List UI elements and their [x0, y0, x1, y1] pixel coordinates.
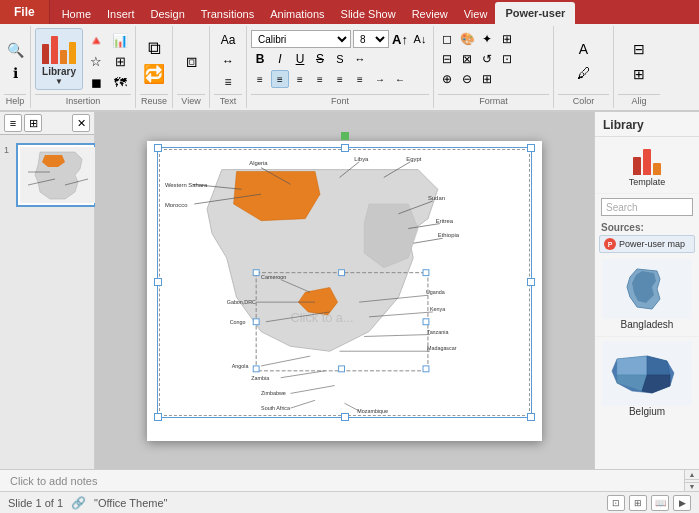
source-item-poweruser[interactable]: P Power-user map	[599, 235, 695, 253]
ribbon-group-text: Aa ↔ ≡ Text	[210, 26, 247, 108]
text-case-btn[interactable]: Aa	[214, 30, 242, 50]
panel-close-btn[interactable]: ✕	[72, 114, 90, 132]
belgium-map-item[interactable]: Belgium	[595, 337, 699, 421]
align-justify-btn[interactable]: ≡	[311, 70, 329, 88]
tab-view[interactable]: View	[456, 4, 496, 24]
svg-text:Libya: Libya	[354, 155, 369, 161]
arrange-btn[interactable]: ⊟	[438, 50, 456, 68]
search-box[interactable]: Search	[601, 198, 693, 216]
ribbon-group-color-label: Color	[558, 94, 609, 106]
insert-chart-btn[interactable]: 📊	[109, 30, 131, 50]
library-button[interactable]: Library ▼	[35, 28, 83, 90]
indent-decrease-btn[interactable]: ←	[391, 70, 409, 88]
view-normal-btn[interactable]: ⊡	[607, 495, 625, 511]
tab-animations[interactable]: Animations	[262, 4, 332, 24]
svg-rect-20	[253, 269, 259, 275]
svg-rect-22	[423, 269, 429, 275]
highlight-btn[interactable]: 🖊	[571, 62, 597, 84]
bold-btn[interactable]: B	[251, 50, 269, 68]
library-label: Library	[42, 66, 76, 77]
svg-line-47	[291, 385, 335, 393]
format-shape-btn[interactable]: ◻	[438, 30, 456, 48]
tab-design[interactable]: Design	[143, 4, 193, 24]
ribbon-group-reuse-label: Reuse	[140, 94, 168, 106]
library-template-item[interactable]: Template	[595, 137, 699, 194]
format-align-btn[interactable]: ⊞	[478, 70, 496, 88]
notes-area[interactable]: Click to add notes	[0, 470, 684, 491]
panel-list-view-btn[interactable]: ≡	[4, 114, 22, 132]
ribbon-group-help: 🔍 ℹ Help	[0, 26, 31, 108]
svg-text:Egypt: Egypt	[406, 155, 421, 161]
slide-thumbnail[interactable]	[16, 143, 96, 207]
svg-text:Click to a...: Click to a...	[291, 309, 354, 324]
font-increase-btn[interactable]: A↑	[391, 30, 409, 48]
list-bullet-btn[interactable]: ≡	[331, 70, 349, 88]
tab-slideshow[interactable]: Slide Show	[333, 4, 404, 24]
scroll-down-btn[interactable]: ▼	[685, 482, 700, 492]
format-fill-btn[interactable]: 🎨	[458, 30, 476, 48]
insert-table-btn[interactable]: ⊞	[109, 51, 131, 71]
ribbon-group-color: A 🖊 Color	[554, 26, 614, 108]
file-tab[interactable]: File	[0, 0, 50, 24]
format-expand-btn[interactable]: ⊕	[438, 70, 456, 88]
svg-line-45	[281, 370, 325, 377]
font-decrease-btn[interactable]: A↓	[411, 30, 429, 48]
svg-rect-23	[253, 318, 259, 324]
view-pane-btn[interactable]: ⧈	[177, 47, 205, 75]
shadow-btn[interactable]: S	[331, 50, 349, 68]
group-btn[interactable]: ⊠	[458, 50, 476, 68]
font-family-select[interactable]: Calibri	[251, 30, 351, 48]
view-slideshow-btn[interactable]: ▶	[673, 495, 691, 511]
view-reading-btn[interactable]: 📖	[651, 495, 669, 511]
format-effects-btn[interactable]: ✦	[478, 30, 496, 48]
text-find-btn[interactable]: ↔	[214, 51, 242, 71]
rotate-handle[interactable]	[341, 132, 349, 140]
insert-media-btn[interactable]: ◼	[85, 72, 107, 92]
insert-shape-btn[interactable]: 🔺	[85, 30, 107, 50]
format-collapse-btn[interactable]: ⊖	[458, 70, 476, 88]
reuse-slides-btn[interactable]: ⧉	[140, 37, 168, 61]
ribbon-group-text-label: Text	[214, 94, 242, 106]
vertical-scrollbar[interactable]: ▲ ▼	[684, 470, 699, 491]
svg-rect-21	[339, 269, 345, 275]
format-size-btn[interactable]: ⊞	[498, 30, 516, 48]
template-bar-icon	[633, 143, 661, 175]
spacing-btn[interactable]: ↔	[351, 50, 369, 68]
view-slide-sorter-btn[interactable]: ⊞	[629, 495, 647, 511]
crop-btn[interactable]: ⊡	[498, 50, 516, 68]
indent-increase-btn[interactable]: →	[371, 70, 389, 88]
panel-grid-view-btn[interactable]: ⊞	[24, 114, 42, 132]
bangladesh-map-item[interactable]: Bangladesh	[595, 253, 699, 337]
svg-text:Zimbabwe: Zimbabwe	[261, 390, 286, 396]
italic-btn[interactable]: I	[271, 50, 289, 68]
font-color-btn[interactable]: A	[571, 38, 597, 60]
distribute-btn[interactable]: ⊞	[625, 62, 653, 86]
align-left-btn[interactable]: ≡	[251, 70, 269, 88]
tab-home[interactable]: Home	[54, 4, 99, 24]
insert-map-btn[interactable]: 🗺	[109, 72, 131, 92]
tab-insert[interactable]: Insert	[99, 4, 143, 24]
align-center-btn[interactable]: ≡	[271, 70, 289, 88]
right-library-panel: Library Template Search Sources: P Power…	[594, 112, 699, 469]
font-size-select[interactable]: 8	[353, 30, 389, 48]
help-btn[interactable]: 🔍	[4, 39, 26, 61]
svg-text:Gabon,DRC: Gabon,DRC	[227, 299, 256, 305]
tab-poweruser[interactable]: Power-user	[495, 2, 575, 24]
rotate-btn[interactable]: ↺	[478, 50, 496, 68]
slide[interactable]: Western Sahara Morocco Algeria Libya Egy…	[147, 141, 542, 441]
svg-text:Sudan: Sudan	[428, 195, 445, 201]
tab-review[interactable]: Review	[404, 4, 456, 24]
reuse-copy-btn[interactable]: 🔁	[140, 62, 168, 86]
library-dropdown-arrow[interactable]: ▼	[55, 77, 63, 86]
underline-btn[interactable]: U	[291, 50, 309, 68]
info-btn[interactable]: ℹ	[4, 62, 26, 84]
list-number-btn[interactable]: ≡	[351, 70, 369, 88]
insert-icon-btn[interactable]: ☆	[85, 51, 107, 71]
align-right-btn[interactable]: ≡	[291, 70, 309, 88]
scroll-up-btn[interactable]: ▲	[685, 470, 700, 480]
strikethrough-btn[interactable]: S	[311, 50, 329, 68]
tab-transitions[interactable]: Transitions	[193, 4, 262, 24]
text-align-btn[interactable]: ≡	[214, 72, 242, 92]
align-objects-btn[interactable]: ⊟	[625, 37, 653, 61]
slide-canvas-area[interactable]: Western Sahara Morocco Algeria Libya Egy…	[95, 112, 594, 469]
